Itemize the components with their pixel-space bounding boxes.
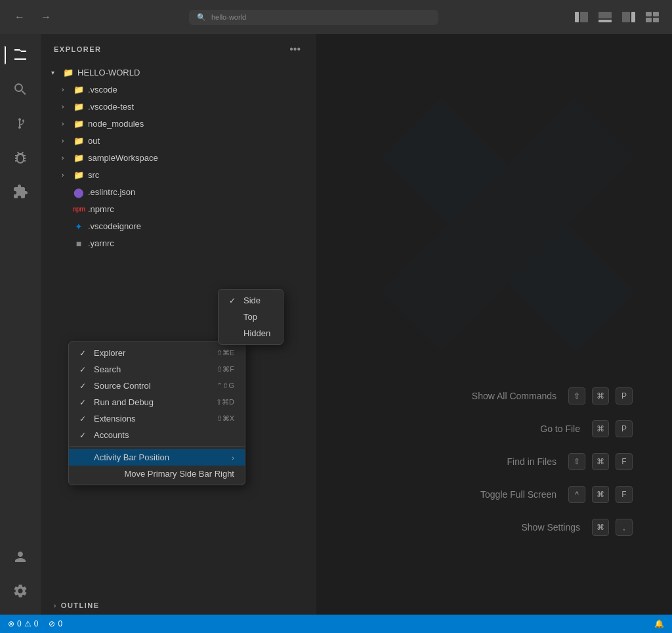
menu-item-move-sidebar[interactable]: Move Primary Side Bar Right <box>69 466 245 482</box>
menu-item-run-debug[interactable]: ✓ Run and Debug ⇧⌘D <box>69 394 245 410</box>
activity-bar-item-extensions[interactable] <box>5 176 36 207</box>
toggle-panel-icon[interactable] <box>596 10 614 24</box>
svg-rect-5 <box>631 12 635 22</box>
file-label: .vscodeignore <box>88 219 311 234</box>
submenu-item-hidden[interactable]: Hidden <box>219 325 283 341</box>
check-move-sidebar <box>79 469 89 479</box>
folder-icon: 📁 <box>72 169 85 182</box>
tree-item-eslintrc[interactable]: ⬤ .eslintrc.json <box>41 184 316 201</box>
shortcut-source-control: ⌃⇧G <box>217 382 234 390</box>
kbd-comma: , <box>616 519 633 536</box>
forward-button[interactable]: → <box>37 9 55 26</box>
status-notifications[interactable]: 🔔 <box>654 619 664 628</box>
tree-item-out[interactable]: › 📁 out <box>41 133 316 150</box>
svg-rect-4 <box>622 12 630 22</box>
outline-section[interactable]: › OUTLINE <box>41 596 316 615</box>
yarn-icon: ■ <box>72 237 85 250</box>
folder-icon: 📁 <box>72 100 85 114</box>
error-icon: ⊗ <box>8 619 14 628</box>
menu-label-activity-bar-position: Activity Bar Position <box>94 452 169 462</box>
sidebar-header-actions: ••• <box>287 42 303 56</box>
root-folder-label: HELLO-WORLD <box>77 66 311 80</box>
submenu-label-side: Side <box>243 295 261 305</box>
submenu-item-side[interactable]: ✓ Side <box>219 292 283 309</box>
menu-item-activity-bar-position[interactable]: Activity Bar Position › <box>69 449 245 466</box>
root-arrow: ▾ <box>51 66 62 80</box>
folder-icon: 📁 <box>72 152 85 165</box>
folder-label: .vscode-test <box>88 100 311 114</box>
svg-rect-6 <box>646 12 652 16</box>
check-source-control: ✓ <box>79 382 89 391</box>
check-activity-bar <box>79 453 89 462</box>
tree-item-vscodeignore[interactable]: ✦ .vscodeignore <box>41 218 316 235</box>
kbd-p2: P <box>616 420 633 437</box>
activity-bar-item-source-control[interactable] <box>5 108 36 139</box>
no-arrow <box>62 185 72 200</box>
menu-item-source-control[interactable]: ✓ Source Control ⌃⇧G <box>69 378 245 394</box>
menu-item-accounts[interactable]: ✓ Accounts <box>69 427 245 443</box>
sidebar-more-button[interactable]: ••• <box>287 42 303 56</box>
svg-rect-3 <box>598 20 612 22</box>
menu-divider <box>69 446 245 447</box>
content-area: Show All Commands ⇧ ⌘ P Go to File ⌘ P F… <box>316 34 672 615</box>
tree-item-vscode[interactable]: › 📁 .vscode <box>41 81 316 98</box>
statusbar-right: 🔔 <box>654 619 664 628</box>
submenu-label-hidden: Hidden <box>243 328 270 338</box>
shortcut-search: ⇧⌘F <box>217 365 234 374</box>
svg-rect-9 <box>653 18 659 22</box>
tree-item-npmrc[interactable]: npm .npmrc <box>41 201 316 218</box>
menu-label-accounts: Accounts <box>94 430 129 440</box>
check-top <box>229 313 238 322</box>
back-button[interactable]: ← <box>10 9 29 26</box>
radio-icon: ⊘ <box>49 619 55 628</box>
activity-bar-item-search[interactable] <box>5 74 36 105</box>
shortcut-run-debug: ⇧⌘D <box>216 398 234 406</box>
folder-arrow: › <box>62 168 72 183</box>
folder-icon: 📁 <box>72 135 85 148</box>
toggle-primary-sidebar-icon[interactable] <box>572 10 591 24</box>
tree-item-yarnrc[interactable]: ■ .yarnrc <box>41 235 316 252</box>
sidebar-header: EXPLORER ••• <box>41 34 316 62</box>
status-errors[interactable]: ⊗ 0 ⚠ 0 <box>8 619 38 628</box>
folder-label: out <box>88 134 311 148</box>
no-arrow <box>62 236 72 251</box>
check-accounts: ✓ <box>79 431 89 440</box>
status-radio[interactable]: ⊘ 0 <box>49 619 62 628</box>
tree-item-vscode-test[interactable]: › 📁 .vscode-test <box>41 98 316 116</box>
menu-label-explorer: Explorer <box>94 348 125 358</box>
tree-item-src[interactable]: › 📁 src <box>41 167 316 184</box>
shortcut-label-fullscreen: Toggle Full Screen <box>480 489 556 500</box>
kbd-cmd2: ⌘ <box>592 420 609 437</box>
activity-bar-item-explorer[interactable] <box>5 39 36 71</box>
folder-root[interactable]: ▾ 📁 HELLO-WORLD <box>41 64 316 81</box>
radio-count: 0 <box>58 619 62 628</box>
toggle-secondary-sidebar-icon[interactable] <box>620 10 638 24</box>
submenu-item-top[interactable]: Top <box>219 309 283 325</box>
folder-arrow: › <box>62 100 72 114</box>
titlebar: ← → 🔍 hello-world <box>0 0 672 34</box>
menu-label-source-control: Source Control <box>94 381 151 391</box>
activity-bar-item-run-debug[interactable] <box>5 142 36 173</box>
menu-label-search: Search <box>94 364 121 374</box>
sidebar-title: EXPLORER <box>54 45 102 53</box>
folder-arrow: › <box>62 134 72 148</box>
shortcut-find-in-files: Find in Files ⇧ ⌘ F <box>507 453 633 470</box>
search-bar[interactable]: 🔍 hello-world <box>189 10 438 25</box>
shortcut-go-to-file: Go to File ⌘ P <box>540 420 633 437</box>
folder-arrow: › <box>62 151 72 165</box>
file-label: .eslintrc.json <box>88 185 311 200</box>
folder-arrow: › <box>62 83 72 97</box>
menu-item-search[interactable]: ✓ Search ⇧⌘F <box>69 361 245 378</box>
menu-item-explorer[interactable]: ✓ Explorer ⇧⌘E <box>69 345 245 361</box>
no-arrow <box>62 202 72 217</box>
kbd-shift: ⇧ <box>568 387 585 404</box>
menu-item-extensions[interactable]: ✓ Extensions ⇧⌘X <box>69 410 245 427</box>
folder-label: .vscode <box>88 83 311 97</box>
tree-item-sampleworkspace[interactable]: › 📁 sampleWorkspace <box>41 150 316 167</box>
menu-label-run-debug: Run and Debug <box>94 397 154 407</box>
folder-icon: 📁 <box>72 83 85 97</box>
activity-bar-item-settings[interactable] <box>5 575 36 607</box>
tree-item-node-modules[interactable]: › 📁 node_modules <box>41 116 316 133</box>
customize-layout-icon[interactable] <box>643 10 662 24</box>
activity-bar-item-accounts[interactable] <box>5 541 36 573</box>
